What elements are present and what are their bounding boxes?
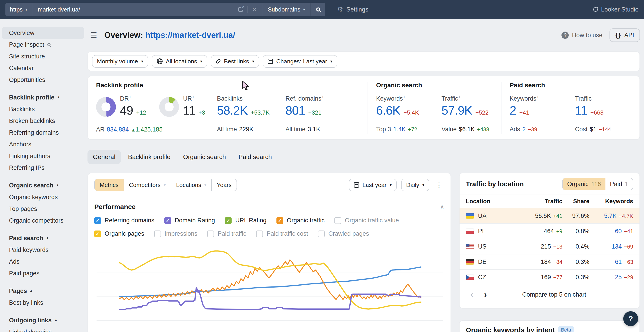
collapse-icon[interactable]: ∧ — [440, 204, 444, 210]
tab-organic-search[interactable]: Organic search — [178, 150, 231, 164]
target-url-link[interactable]: https://market-dveri.ua/ — [146, 30, 235, 40]
sidebar-item-referring-ips[interactable]: Referring IPs — [2, 162, 84, 174]
col-keywords[interactable]: Keywords — [605, 198, 633, 205]
info-icon[interactable]: i — [537, 94, 538, 99]
tab-paid-search[interactable]: Paid search — [233, 150, 277, 164]
sidebar-item-organic-competitors[interactable]: Organic competitors — [2, 215, 84, 226]
date-range-button[interactable]: Last year ▾ — [349, 179, 397, 191]
keywords-value[interactable]: 60 — [615, 228, 622, 235]
sidebar-item-best-by-links[interactable]: Best by links — [2, 297, 84, 308]
sidebar-item-calendar[interactable]: Calendar — [2, 62, 84, 74]
organic-traffic-value[interactable]: 57.9K — [442, 103, 472, 117]
checkbox-crawled-pages[interactable]: Crawled pages — [318, 230, 369, 237]
clear-icon[interactable]: × — [252, 6, 256, 13]
keywords-value[interactable]: 134 — [612, 243, 622, 250]
sidebar-section-organic-search[interactable]: Organic search▲ — [0, 180, 86, 191]
subdomains-select[interactable]: Subdomains ▾ — [262, 3, 311, 16]
sidebar-item-top-pages[interactable]: Top pages — [2, 203, 84, 215]
sidebar-item-opportunities[interactable]: Opportunities — [2, 74, 84, 86]
keywords-value[interactable]: 25 — [615, 274, 622, 281]
sidebar-item-paid-keywords[interactable]: Paid keywords — [2, 244, 84, 256]
sidebar-item-referring-domains[interactable]: Referring domains — [2, 127, 84, 138]
sidebar-item-paid-pages[interactable]: Paid pages — [2, 268, 84, 279]
locations-segment[interactable]: Locations▾ — [171, 179, 212, 191]
col-location[interactable]: Location — [466, 198, 519, 205]
url-input[interactable]: market-dveri.ua/ × — [32, 3, 262, 16]
col-share[interactable]: Share — [573, 198, 590, 205]
ar-value[interactable]: 834,884 — [107, 126, 129, 133]
compare-top5-link[interactable]: Compare top 5 on chart — [522, 291, 598, 298]
table-row-pl[interactable]: PL 464+9 0.8% 60−41 — [460, 223, 640, 238]
performance-chart[interactable] — [94, 244, 444, 324]
paid-traffic-value[interactable]: 11 — [575, 103, 587, 117]
more-options-icon[interactable]: ⋮ — [434, 181, 444, 189]
next-page-icon[interactable]: › — [484, 290, 487, 299]
competitors-segment[interactable]: Competitors▾ — [124, 179, 171, 191]
search-button[interactable] — [311, 3, 326, 16]
tab-backlink-profile[interactable]: Backlink profile — [123, 150, 176, 164]
info-icon[interactable]: i — [130, 94, 130, 99]
prev-page-icon[interactable]: ‹ — [470, 290, 473, 299]
checkbox-domain-rating[interactable]: ✓Domain Rating — [164, 217, 215, 224]
api-button[interactable]: {} API — [610, 28, 640, 42]
how-to-use-button[interactable]: ? How to use — [562, 32, 602, 39]
locations-filter-button[interactable]: All locations ▾ — [152, 55, 207, 68]
tab-general[interactable]: General — [88, 150, 121, 164]
sidebar-item-anchors[interactable]: Anchors — [2, 138, 84, 150]
table-row-de[interactable]: DE 184−84 0.3% 61−63 — [460, 254, 640, 269]
info-icon[interactable]: i — [404, 94, 405, 99]
col-traffic[interactable]: Traffic — [545, 198, 562, 205]
metrics-segment[interactable]: Metrics — [94, 179, 124, 191]
sidebar-item-site-structure[interactable]: Site structure — [2, 50, 84, 62]
years-segment[interactable]: Years — [211, 179, 237, 191]
table-row-ua[interactable]: UA 56.5K+41 97.6% 5.7K−4.7K — [460, 208, 640, 223]
granularity-button[interactable]: Daily ▾ — [401, 179, 429, 191]
sidebar-item-overview[interactable]: Overview — [2, 27, 84, 39]
info-icon[interactable]: i — [244, 94, 244, 99]
looker-studio-button[interactable]: Looker Studio — [593, 6, 638, 13]
sidebar-section-paid-search[interactable]: Paid search▲ — [0, 232, 86, 244]
open-external-icon[interactable] — [238, 7, 243, 12]
sidebar-item-page-inspect[interactable]: Page inspect — [2, 39, 84, 50]
checkbox-organic-pages[interactable]: ✓Organic pages — [94, 230, 144, 237]
info-icon[interactable]: i — [592, 94, 594, 99]
table-row-us[interactable]: US 215−13 0.4% 134−69 — [460, 238, 640, 254]
checkbox-impressions[interactable]: Impressions — [154, 230, 198, 237]
menu-icon[interactable]: ☰ — [90, 31, 97, 39]
sidebar-item-backlinks[interactable]: Backlinks — [2, 103, 84, 115]
info-icon[interactable]: i — [322, 94, 323, 99]
info-icon[interactable]: i — [193, 94, 194, 99]
sidebar-section-pages[interactable]: Pages▲ — [0, 285, 86, 297]
changes-filter-button[interactable]: Changes: Last year ▾ — [263, 55, 337, 68]
sidebar-item-label: Anchors — [9, 141, 31, 148]
info-icon[interactable]: i — [459, 94, 460, 99]
sidebar-item-linking-authors[interactable]: Linking authors — [2, 150, 84, 162]
checkbox-paid-traffic-cost[interactable]: Paid traffic cost — [256, 230, 308, 237]
backlinks-value[interactable]: 58.2K — [217, 103, 248, 117]
keywords-value[interactable]: 5.7K — [604, 212, 617, 220]
paid-keywords-value[interactable]: 2 — [510, 103, 516, 117]
sidebar-section-backlink-profile[interactable]: Backlink profile▲ — [0, 92, 86, 103]
best-links-filter-button[interactable]: Best links ▾ — [211, 55, 259, 68]
checkbox-organic-traffic[interactable]: ✓Organic traffic — [276, 217, 325, 224]
organic-keywords-value[interactable]: 6.6K — [376, 103, 400, 117]
ref-domains-value[interactable]: 801 — [286, 103, 305, 117]
volume-filter-button[interactable]: Monthly volume ▾ — [92, 55, 148, 68]
help-button[interactable]: ? — [623, 311, 638, 326]
keywords-value[interactable]: 61 — [615, 258, 622, 266]
table-row-cz[interactable]: CZ 169−77 0.3% 25−29 — [460, 269, 640, 285]
settings-button[interactable]: ⚙ Settings — [337, 6, 368, 13]
checkbox-url-rating[interactable]: ✓URL Rating — [225, 217, 266, 224]
sidebar-item-ads[interactable]: Ads — [2, 256, 84, 268]
sidebar-item-organic-keywords[interactable]: Organic keywords — [2, 191, 84, 203]
toggle-paid[interactable]: Paid1 — [606, 178, 633, 190]
sidebar-section-outgoing-links[interactable]: Outgoing links▲ — [0, 314, 86, 326]
sidebar-item-broken-backlinks[interactable]: Broken backlinks — [2, 115, 84, 127]
toggle-organic[interactable]: Organic116 — [562, 178, 606, 190]
checkbox-paid-traffic[interactable]: Paid traffic — [207, 230, 246, 237]
sidebar-item-linked-domains[interactable]: Linked domains — [2, 326, 84, 332]
organic-traffic-label: Traffici — [442, 94, 489, 103]
checkbox-referring-domains[interactable]: ✓Referring domains — [94, 217, 154, 224]
checkbox-organic-traffic-value[interactable]: Organic traffic value — [334, 217, 399, 224]
protocol-select[interactable]: https ▾ — [6, 3, 32, 16]
